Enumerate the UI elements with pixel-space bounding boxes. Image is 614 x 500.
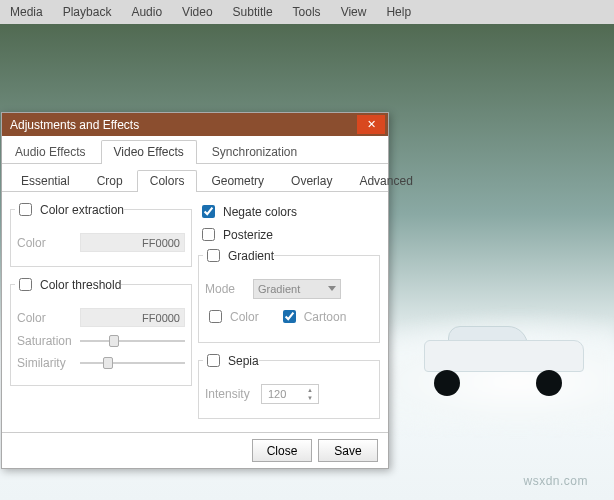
adjustments-effects-dialog: Adjustments and Effects ✕ Audio Effects … xyxy=(1,112,389,469)
gradient-mode-select[interactable]: Gradient xyxy=(253,279,341,299)
gradient-label: Gradient xyxy=(228,249,274,263)
watermark-text: wsxdn.com xyxy=(523,474,588,488)
subtab-colors[interactable]: Colors xyxy=(137,170,198,192)
colors-panel: Color extraction Color FF0000 Color thre… xyxy=(2,192,388,432)
color-threshold-group: Color threshold Color FF0000 Saturation … xyxy=(10,275,192,386)
close-button[interactable]: Close xyxy=(252,439,312,462)
menu-tools[interactable]: Tools xyxy=(283,1,331,23)
sepia-intensity-value: 120 xyxy=(268,388,286,400)
save-button[interactable]: Save xyxy=(318,439,378,462)
menu-view[interactable]: View xyxy=(331,1,377,23)
colors-left-column: Color extraction Color FF0000 Color thre… xyxy=(10,200,192,428)
gradient-cartoon-checkbox[interactable] xyxy=(283,310,296,323)
color-extraction-label: Color extraction xyxy=(40,203,124,217)
extraction-color-input[interactable]: FF0000 xyxy=(80,233,185,252)
sepia-intensity-label: Intensity xyxy=(205,387,253,401)
dialog-titlebar[interactable]: Adjustments and Effects ✕ xyxy=(2,113,388,136)
spinner-up-icon[interactable]: ▲ xyxy=(303,386,317,394)
extraction-color-label: Color xyxy=(17,236,72,250)
gradient-mode-label: Mode xyxy=(205,282,245,296)
tab-video-effects[interactable]: Video Effects xyxy=(101,140,197,164)
spinner-down-icon[interactable]: ▼ xyxy=(303,394,317,402)
menu-subtitle[interactable]: Subtitle xyxy=(223,1,283,23)
dialog-title-text: Adjustments and Effects xyxy=(10,118,139,132)
threshold-color-input[interactable]: FF0000 xyxy=(80,308,185,327)
color-threshold-checkbox[interactable] xyxy=(19,278,32,291)
negate-colors-label: Negate colors xyxy=(223,205,297,219)
subtab-geometry[interactable]: Geometry xyxy=(198,170,277,192)
subtab-crop[interactable]: Crop xyxy=(84,170,136,192)
threshold-color-label: Color xyxy=(17,311,72,325)
menu-audio[interactable]: Audio xyxy=(121,1,172,23)
gradient-checkbox[interactable] xyxy=(207,249,220,262)
gradient-color-checkbox[interactable] xyxy=(209,310,222,323)
menu-media[interactable]: Media xyxy=(0,1,53,23)
posterize-label: Posterize xyxy=(223,228,273,242)
gradient-group: Gradient Mode Gradient Color xyxy=(198,246,380,343)
similarity-label: Similarity xyxy=(17,356,72,370)
video-effects-subtabs: Essential Crop Colors Geometry Overlay A… xyxy=(2,164,388,192)
subtab-essential[interactable]: Essential xyxy=(8,170,83,192)
color-extraction-checkbox[interactable] xyxy=(19,203,32,216)
menu-video[interactable]: Video xyxy=(172,1,222,23)
dialog-close-button[interactable]: ✕ xyxy=(357,115,385,134)
tab-synchronization[interactable]: Synchronization xyxy=(199,140,310,164)
sepia-checkbox[interactable] xyxy=(207,354,220,367)
chevron-down-icon xyxy=(328,286,336,291)
sepia-intensity-spinner[interactable]: 120 ▲ ▼ xyxy=(261,384,319,404)
saturation-label: Saturation xyxy=(17,334,72,348)
close-icon: ✕ xyxy=(367,118,376,131)
dialog-footer: Close Save xyxy=(2,432,388,468)
menu-help[interactable]: Help xyxy=(376,1,421,23)
gradient-cartoon-label: Cartoon xyxy=(304,310,347,324)
similarity-slider[interactable] xyxy=(80,355,185,371)
gradient-color-label: Color xyxy=(230,310,259,324)
sepia-label: Sepia xyxy=(228,354,259,368)
color-extraction-group: Color extraction Color FF0000 xyxy=(10,200,192,267)
menu-playback[interactable]: Playback xyxy=(53,1,122,23)
sepia-group: Sepia Intensity 120 ▲ ▼ xyxy=(198,351,380,419)
color-threshold-label: Color threshold xyxy=(40,278,121,292)
saturation-slider[interactable] xyxy=(80,333,185,349)
video-content-decor xyxy=(424,330,594,390)
subtab-advanced[interactable]: Advanced xyxy=(346,170,425,192)
main-menubar: Media Playback Audio Video Subtitle Tool… xyxy=(0,0,614,24)
colors-right-column: Negate colors Posterize Gradient Mode Gr… xyxy=(198,200,380,428)
gradient-mode-value: Gradient xyxy=(258,283,300,295)
posterize-checkbox[interactable] xyxy=(202,228,215,241)
subtab-overlay[interactable]: Overlay xyxy=(278,170,345,192)
negate-colors-checkbox[interactable] xyxy=(202,205,215,218)
main-tabs: Audio Effects Video Effects Synchronizat… xyxy=(2,136,388,164)
tab-audio-effects[interactable]: Audio Effects xyxy=(2,140,99,164)
